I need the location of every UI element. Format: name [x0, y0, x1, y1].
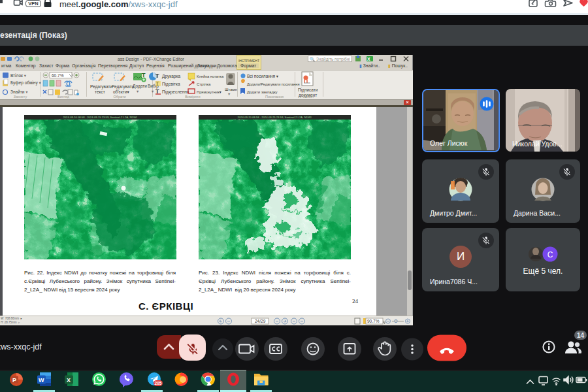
svg-text:Всі посилання ▾: Всі посилання ▾ [247, 74, 279, 78]
svg-text:W: W [39, 377, 44, 384]
svg-text:Посилання: Посилання [265, 95, 284, 99]
svg-text:Клейка нотатка: Клейка нотатка [197, 74, 224, 78]
svg-text:2024-09-20 08:58 - 2024-09-25: 2024-09-20 08:58 - 2024-09-25 23:59, Sen… [237, 116, 311, 119]
svg-text:текст: текст [95, 90, 105, 94]
svg-text:Знайти ▾: Знайти ▾ [10, 90, 28, 94]
svg-text:▾: ▾ [137, 89, 139, 93]
svg-text:Підкреслення: Підкреслення [162, 90, 189, 95]
svg-text:об'єкти▾: об'єкти▾ [113, 90, 129, 94]
svg-text:X: X [367, 57, 370, 61]
svg-text:Редагувати: Редагувати [112, 84, 134, 90]
svg-text:▾: ▾ [228, 91, 231, 96]
svg-text:Підсвітка: Підсвітка [162, 82, 180, 87]
svg-text:Вигляд: Вигляд [57, 95, 70, 99]
svg-text:90.7%: 90.7% [367, 319, 380, 323]
svg-text:Підписати: Підписати [298, 88, 318, 93]
svg-text:Виміряти: Виміряти [185, 95, 200, 99]
svg-text:14: 14 [577, 332, 585, 339]
svg-text:Додати закладку: Додати закладку [247, 90, 278, 94]
svg-text:Стрілка: Стрілка [197, 82, 211, 86]
svg-text:2024-09-10 08:58 - 2024-09-15: 2024-09-10 08:58 - 2024-09-15 23:59, Sen… [63, 116, 137, 119]
svg-text:Обрати: Обрати [113, 95, 125, 99]
svg-text:Втілок ▾: Втілок ▾ [10, 73, 27, 78]
svg-text:205: 205 [155, 381, 162, 385]
svg-text:C: C [547, 250, 553, 259]
svg-text:Буфер обміну ▾: Буфер обміну ▾ [10, 80, 41, 86]
svg-text:Додали/Редагували посилання: Додали/Редагували посилання [247, 82, 299, 86]
svg-text:Додати: Додати [133, 84, 147, 89]
svg-text:▾: ▾ [152, 89, 154, 93]
svg-text:Захист: Захист [302, 95, 314, 99]
svg-text:Прямокутник▾: Прямокутник▾ [197, 90, 221, 94]
svg-text:60.7%: 60.7% [52, 73, 64, 78]
svg-text:Штамп: Штамп [225, 88, 237, 91]
svg-text:X: X [67, 377, 71, 384]
svg-text:Захисту: Захисту [14, 95, 27, 99]
svg-text:ass Design - PDF-XChange Edito: ass Design - PDF-XChange Editor [118, 57, 185, 62]
svg-text:Т: Т [155, 73, 159, 79]
svg-text:P: P [12, 377, 16, 384]
svg-text:Редагувати: Редагувати [90, 84, 112, 90]
svg-text:Друкарка: Друкарка [162, 74, 180, 79]
svg-text:24/29: 24/29 [255, 319, 266, 323]
